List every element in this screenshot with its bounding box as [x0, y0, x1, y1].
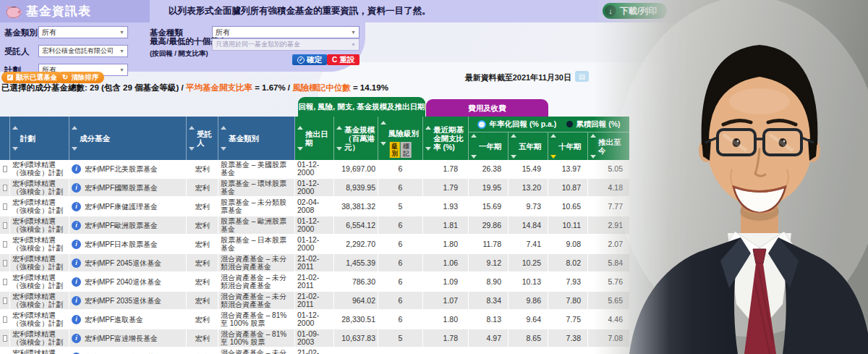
fund-info-icon[interactable]: i — [72, 277, 81, 287]
cell-fer-text: 1.80 — [443, 316, 458, 324]
fund-info-icon[interactable]: i — [72, 164, 81, 174]
header-return-5y: 五年期 — [509, 132, 548, 160]
header-10y-label: 十年期 — [558, 142, 582, 151]
cell-return-10y: 7.75 — [548, 311, 588, 328]
fund-info-icon[interactable]: i — [72, 183, 81, 193]
row-checkbox[interactable] — [3, 222, 7, 229]
cell-trustee: 宏利 — [187, 179, 218, 196]
sort-fund[interactable] — [72, 126, 77, 151]
row-checkbox[interactable] — [3, 241, 7, 248]
confirm-button[interactable]: ✓ 確定 — [292, 54, 327, 65]
header-type: 基金類別 — [218, 117, 295, 160]
sort-trustee[interactable] — [189, 126, 195, 151]
cell-fund-size-text: 8,939.95 — [346, 184, 375, 192]
fund-class-dropdown[interactable]: 所有 ▼ — [38, 26, 128, 38]
header-return-1y: 一年期 — [469, 132, 509, 160]
fund-info-icon[interactable]: i — [72, 202, 81, 211]
cell-return-5y-text: 8.65 — [527, 334, 541, 342]
info-icon[interactable]: ▤ — [575, 71, 589, 82]
top-funds-placeholder: 只適用於同一基金類別的基金 — [216, 40, 300, 49]
cell-type-text: 混合資產基金 – 81% 至 100% 股票 — [221, 311, 292, 327]
cell-fund: i宏利MPF 2030退休基金 — [69, 348, 187, 354]
top-funds-sublabel: (按回報 / 開支比率) — [150, 49, 208, 59]
fund-type-dropdown[interactable]: 所有 ▼ — [212, 26, 359, 38]
sort-risk-class[interactable] — [380, 121, 386, 146]
row-checkbox[interactable] — [3, 279, 7, 285]
cell-fer-text: 1.06 — [443, 259, 458, 267]
sort-return-1y[interactable] — [471, 134, 477, 159]
fund-info-icon[interactable]: i — [72, 240, 81, 249]
sort-return-10y[interactable] — [550, 134, 556, 159]
trustee-dropdown[interactable]: 宏利公積金信託有限公司 ▼ — [38, 45, 128, 57]
sort-fund-size[interactable] — [336, 126, 342, 151]
sort-return-5y[interactable] — [511, 134, 516, 159]
cell-checkbox — [0, 235, 10, 253]
fund-info-icon[interactable]: i — [72, 258, 81, 268]
reset-button[interactable]: C 重設 — [327, 54, 359, 65]
cell-launch-date-text: 01-09-2003 — [297, 330, 331, 346]
sort-type[interactable] — [221, 126, 226, 151]
cell-return-10y-text: 7.75 — [566, 316, 581, 324]
cell-type-text: 混合資產基金 – 未分類混合資產基金 — [221, 255, 292, 271]
fund-name[interactable]: 宏利MPF北美股票基金 — [85, 165, 158, 173]
row-checkbox[interactable] — [3, 185, 7, 191]
fund-name[interactable]: 宏利MPF歐洲股票基金 — [85, 222, 158, 229]
row-checkbox[interactable] — [3, 203, 7, 210]
cell-risk-class-text: 6 — [399, 297, 403, 305]
cell-scheme-text: 宏利環球精選（強積金）計劃 — [12, 311, 67, 327]
cell-fer: 1.78 — [423, 329, 469, 347]
row-checkbox[interactable] — [3, 298, 7, 304]
risk-mark-toggle[interactable]: 標記 — [401, 142, 412, 158]
cell-fund-size-text: 6,554.12 — [346, 222, 375, 229]
cell-risk-class-text: 5 — [399, 334, 403, 342]
table-row: 宏利環球精選（強積金）計劃i宏利MPF富達增長基金宏利混合資產基金 – 81% … — [0, 329, 629, 348]
sort-launch-date[interactable] — [297, 126, 303, 151]
cell-fer: 1.78 — [423, 160, 469, 177]
trustee-label: 受託人 — [4, 46, 30, 57]
cell-return-1y-text: 11.78 — [483, 240, 502, 248]
row-checkbox[interactable] — [3, 316, 7, 323]
fund-name[interactable]: 宏利MPF 2035退休基金 — [85, 297, 161, 305]
fund-name[interactable]: 宏利MPF 2045退休基金 — [85, 259, 161, 267]
sort-fer[interactable] — [425, 126, 431, 151]
row-checkbox[interactable] — [3, 260, 7, 266]
fund-name[interactable]: 宏利MPF進取基金 — [85, 316, 143, 324]
fund-name[interactable]: 宏利MPF 2040退休基金 — [85, 278, 161, 286]
header-fer-label: 最近期基金開支比率 (%) — [433, 125, 467, 151]
summary-fer-value: = 1.67% / — [252, 83, 292, 92]
chevron-down-icon: ▼ — [119, 67, 124, 72]
cell-checkbox — [0, 292, 10, 309]
cell-risk-class-text: 6 — [399, 240, 403, 248]
fund-name[interactable]: 宏利MPF富達增長基金 — [85, 334, 158, 342]
fund-name[interactable]: 宏利MPF康健護理基金 — [85, 203, 158, 211]
cell-type-text: 股票基金 – 美國股票基金 — [221, 161, 292, 177]
fund-info-icon[interactable]: i — [72, 221, 81, 230]
fund-info-icon[interactable]: i — [72, 334, 81, 343]
fund-name[interactable]: 宏利MPF日本股票基金 — [85, 240, 158, 248]
fund-name[interactable]: 宏利MPF國際股票基金 — [85, 184, 158, 192]
cell-fer: 1.09 — [423, 273, 469, 290]
annualized-return-radio[interactable]: 年率化回報 (% p.a.) — [477, 119, 556, 130]
cell-return-5y: 7.41 — [509, 235, 548, 253]
row-checkbox[interactable] — [3, 335, 7, 342]
cell-launch-date-text: 21-02-2011 — [297, 255, 331, 271]
cell-return-10y-text: 7.38 — [566, 334, 581, 342]
cell-launch-date-text: 21-02-2011 — [297, 292, 331, 308]
header-fund: 成分基金 — [69, 117, 187, 160]
sort-scheme[interactable] — [12, 126, 18, 151]
fund-info-icon[interactable]: i — [72, 296, 81, 305]
cell-return-5y-text: 10.13 — [522, 278, 541, 286]
cell-return-1y-text: 19.95 — [482, 184, 501, 192]
cell-return-10y: 10.11 — [548, 216, 588, 234]
cell-risk-class: 6 — [378, 292, 423, 309]
chevron-down-icon: ▼ — [351, 30, 356, 35]
cell-return-10y: 9.08 — [548, 235, 588, 253]
cell-risk-class-text: 6 — [399, 278, 403, 286]
cell-fer: 1.06 — [423, 254, 469, 271]
cell-return-1y: 29.86 — [469, 216, 509, 234]
cell-type-text: 股票基金 – 日本股票基金 — [221, 236, 292, 252]
fund-info-icon[interactable]: i — [72, 315, 81, 324]
table-row: 宏利環球精選（強積金）計劃i宏利MPF北美股票基金宏利股票基金 – 美國股票基金… — [0, 160, 629, 179]
row-checkbox[interactable] — [3, 166, 7, 172]
risk-class-toggle[interactable]: 級別 — [389, 142, 400, 158]
